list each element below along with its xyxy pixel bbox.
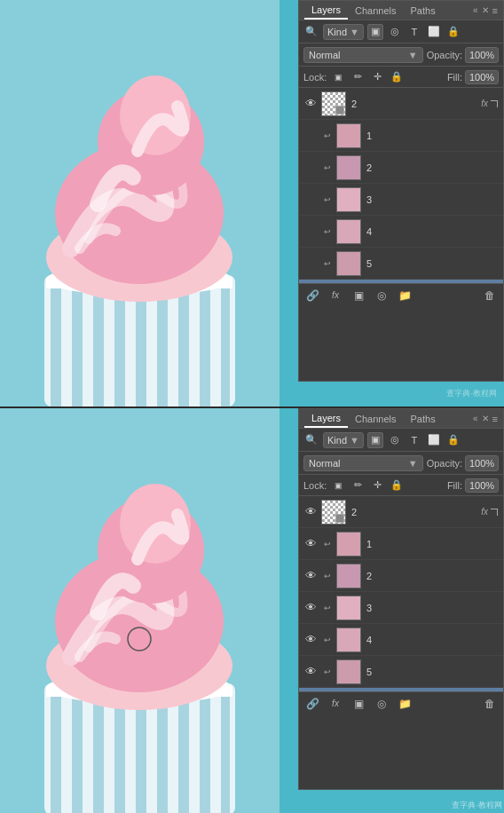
type-filter-icon-b[interactable]: T (406, 432, 422, 448)
mask-btn-bottom[interactable]: ▣ (349, 694, 368, 714)
layers-list-bottom: 👁 2 fx 👁 ↩ 1 (299, 496, 503, 691)
layer-row-4-top[interactable]: 👁 ↩ 4 (299, 216, 503, 248)
tab-channels-bottom[interactable]: Channels (348, 411, 403, 427)
eye-icon-group2-bottom[interactable]: 👁 (303, 504, 319, 520)
lock-move-icon-b[interactable]: ✛ (369, 478, 385, 493)
svg-rect-19 (51, 683, 61, 813)
tab-layers-bottom[interactable]: Layers (304, 410, 348, 428)
bottom-panel-half: Layers Channels Paths « ✕ ≡ 🔍 Kind ▼ ▣ ◎… (0, 408, 504, 813)
collapse-icon[interactable]: « (473, 5, 478, 15)
fx-icon-group2-top: fx (481, 99, 488, 108)
fill-label-top: Fill: (447, 72, 462, 83)
search-icon-top: 🔍 (303, 24, 319, 40)
fx-btn-bottom[interactable]: fx (326, 694, 345, 714)
delete-btn-top[interactable]: 🗑 (480, 286, 500, 305)
lock-pixel-icon-b[interactable]: ▣ (330, 478, 346, 493)
svg-rect-9 (200, 275, 210, 406)
link-icon-3-top: ↩ (321, 193, 334, 206)
app-container: Layers Channels Paths « ✕ ≡ 🔍 Kind ▼ ▣ ◎… (0, 0, 504, 813)
shape-filter-icon[interactable]: ⬜ (426, 24, 442, 40)
group-btn-top[interactable]: 📁 (395, 286, 414, 305)
layer-row-group-2-top[interactable]: 👁 2 fx (299, 88, 503, 120)
close-icon-bottom[interactable]: ✕ (482, 414, 489, 423)
smart-filter-icon-b[interactable]: 🔒 (445, 432, 461, 448)
layer-name-group2-top: 2 (349, 99, 478, 109)
panel-menu-icon-top[interactable]: ≡ (492, 5, 498, 16)
layer-thumb-6-bottom (336, 691, 361, 692)
adjustment-filter-icon[interactable]: ◎ (387, 24, 403, 40)
mask-btn-top[interactable]: ▣ (349, 286, 368, 305)
opacity-label-top: Opacity: (427, 50, 462, 60)
layer-row-3-top[interactable]: 👁 ↩ 3 (299, 184, 503, 216)
lock-all-icon[interactable]: 🔒 (389, 69, 405, 85)
kind-dropdown-top[interactable]: Kind ▼ (323, 24, 364, 40)
layer-thumb-3-bottom (336, 596, 361, 620)
lock-row-bottom: Lock: ▣ ✏ ✛ 🔒 Fill: 100% (299, 475, 503, 496)
svg-rect-20 (72, 683, 83, 813)
layers-panel-bottom: Layers Channels Paths « ✕ ≡ 🔍 Kind ▼ ▣ ◎… (298, 408, 504, 790)
pixel-filter-icon-b[interactable]: ▣ (367, 432, 383, 448)
eye-icon-3-bottom[interactable]: 👁 (303, 600, 319, 616)
tab-channels-top[interactable]: Channels (348, 3, 403, 19)
layer-name-3-bottom: 3 (364, 603, 500, 613)
layer-name-2-bottom: 2 (364, 571, 500, 581)
layer-row-5-bottom[interactable]: 👁 ↩ 5 (299, 656, 503, 688)
eye-icon-1-bottom[interactable]: 👁 (303, 536, 319, 552)
panel-menu-icon-bottom[interactable]: ≡ (492, 414, 498, 424)
pixel-filter-icon[interactable]: ▣ (367, 24, 383, 40)
lock-paint-icon-b[interactable]: ✏ (350, 478, 366, 493)
layer-name-1-top: 1 (364, 130, 500, 141)
lock-all-icon-b[interactable]: 🔒 (389, 478, 405, 493)
link-icon-2-top: ↩ (321, 162, 334, 174)
fill-value-top[interactable]: 100% (465, 70, 499, 84)
adjustment-filter-icon-b[interactable]: ◎ (387, 432, 403, 448)
delete-btn-bottom[interactable]: 🗑 (480, 694, 500, 714)
layer-name-3-top: 3 (364, 194, 500, 205)
group-btn-bottom[interactable]: 📁 (395, 694, 414, 714)
layers-list-top: 👁 2 fx 👁 ↩ 1 (299, 88, 503, 283)
layer-row-4-bottom[interactable]: 👁 ↩ 4 (299, 624, 503, 656)
opacity-control-top: Opacity: 100% (427, 47, 499, 63)
opacity-label-bottom: Opacity: (427, 458, 462, 469)
lock-move-icon[interactable]: ✛ (369, 69, 385, 85)
close-icon[interactable]: ✕ (482, 5, 489, 15)
kind-dropdown-bottom[interactable]: Kind ▼ (323, 432, 364, 448)
cupcake-background-top (0, 0, 280, 406)
tab-layers-top[interactable]: Layers (304, 2, 348, 20)
collapse-icon-bottom[interactable]: « (473, 414, 478, 423)
eye-icon-group2-top[interactable]: 👁 (303, 96, 319, 112)
smart-filter-icon[interactable]: 🔒 (445, 24, 461, 40)
fill-value-bottom[interactable]: 100% (465, 478, 499, 493)
layer-row-1-bottom[interactable]: 👁 ↩ 1 (299, 528, 503, 560)
layer-row-5-top[interactable]: 👁 ↩ 5 (299, 248, 503, 280)
lock-pixel-icon[interactable]: ▣ (330, 69, 346, 85)
fx-btn-top[interactable]: fx (326, 286, 345, 305)
layer-row-2-bottom[interactable]: 👁 ↩ 2 (299, 560, 503, 592)
lock-paint-icon[interactable]: ✏ (350, 69, 366, 85)
adjustment-btn-bottom[interactable]: ◎ (372, 694, 391, 714)
layer-row-group2-bottom[interactable]: 👁 2 fx (299, 496, 503, 528)
eye-icon-2-bottom[interactable]: 👁 (303, 568, 319, 584)
layer-thumb-1-top (336, 123, 361, 148)
adjustment-btn-top[interactable]: ◎ (372, 286, 391, 305)
blend-mode-dropdown-bottom[interactable]: Normal ▼ (303, 455, 423, 471)
svg-rect-26 (200, 683, 210, 813)
layer-name-5-top: 5 (364, 258, 500, 269)
link-btn-top[interactable]: 🔗 (303, 286, 322, 305)
watermark-bottom: 查字典·教程网 (452, 800, 502, 811)
blend-mode-dropdown-top[interactable]: Normal ▼ (303, 47, 423, 63)
eye-icon-4-bottom[interactable]: 👁 (303, 632, 319, 648)
opacity-value-bottom[interactable]: 100% (465, 455, 499, 471)
link-btn-bottom[interactable]: 🔗 (303, 694, 322, 714)
layer-row-1-top[interactable]: 👁 ↩ 1 (299, 120, 503, 152)
eye-icon-5-bottom[interactable]: 👁 (303, 664, 319, 680)
layer-name-4-top: 4 (364, 226, 500, 237)
layer-row-2-top[interactable]: 👁 ↩ 2 (299, 152, 503, 184)
opacity-value-top[interactable]: 100% (465, 47, 499, 63)
shape-filter-icon-b[interactable]: ⬜ (426, 432, 442, 448)
tab-paths-top[interactable]: Paths (404, 3, 443, 19)
lock-label-top: Lock: (303, 72, 327, 83)
type-filter-icon[interactable]: T (406, 24, 422, 40)
tab-paths-bottom[interactable]: Paths (404, 411, 443, 427)
layer-row-3-bottom[interactable]: 👁 ↩ 3 (299, 592, 503, 624)
